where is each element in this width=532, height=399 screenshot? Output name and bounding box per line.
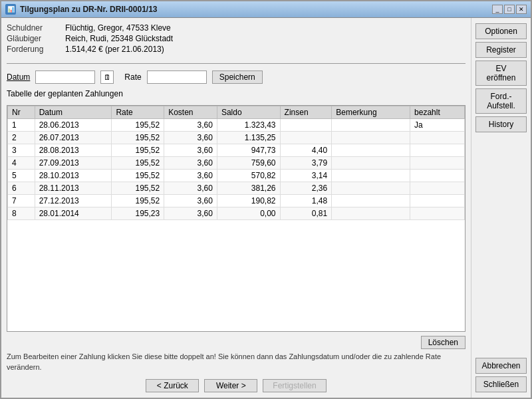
table-row[interactable]: 628.11.2013195,523,60381,262,36 (8, 182, 465, 195)
table-row[interactable]: 528.10.2013195,523,60570,823,14 (8, 170, 465, 182)
forderung-row: Forderung 1.514,42 € (per 21.06.2013) (7, 45, 466, 54)
cell-kosten: 3,60 (164, 144, 217, 157)
cell-bemerkung (332, 157, 410, 170)
col-saldo: Saldo (217, 106, 280, 119)
rate-input[interactable] (147, 70, 207, 84)
window-title: Tilgungsplan zu DR-Nr. DRII-0001/13 (20, 5, 157, 14)
col-bezahlt: bezahlt (410, 106, 465, 119)
table-row[interactable]: 727.12.2013195,523,60190,821,48 (8, 195, 465, 207)
schliessen-button[interactable]: Schließen (475, 376, 527, 392)
cell-datum: 26.07.2013 (35, 132, 112, 144)
cell-zinsen: 4,40 (280, 144, 332, 157)
table-row[interactable]: 427.09.2013195,523,60759,603,79 (8, 157, 465, 170)
cell-bezahlt: Ja (410, 119, 465, 132)
cell-kosten: 3,60 (164, 132, 217, 144)
cell-rate: 195,52 (112, 157, 164, 170)
cell-kosten: 3,60 (164, 170, 217, 182)
history-button[interactable]: History (475, 116, 527, 132)
minimize-button[interactable]: _ (492, 5, 503, 14)
cell-datum: 28.11.2013 (35, 182, 112, 195)
glaubiger-value: Reich, Rudi, 25348 Glückstadt (65, 34, 173, 43)
cell-bemerkung (332, 144, 410, 157)
calendar-icon[interactable]: 🗓 (100, 70, 114, 84)
col-kosten: Kosten (164, 106, 217, 119)
schuldner-row: Schuldner Flüchtig, Gregor, 47533 Kleve (7, 23, 466, 33)
cell-zinsen (280, 119, 332, 132)
ford-aufstell-button[interactable]: Ford.-Aufstell. (475, 88, 527, 114)
cell-rate: 195,52 (112, 144, 164, 157)
col-zinsen: Zinsen (280, 106, 332, 119)
cell-rate: 195,52 (112, 182, 164, 195)
cell-saldo: 0,00 (217, 207, 280, 220)
cell-datum: 28.08.2013 (35, 144, 112, 157)
hint-text: Zum Bearbeiten einer Zahlung klicken Sie… (7, 352, 466, 372)
cell-bemerkung (332, 119, 410, 132)
back-button[interactable]: < Zurück (146, 379, 199, 392)
close-button[interactable]: ✕ (516, 5, 527, 14)
abbrechen-button[interactable]: Abbrechen (475, 358, 527, 374)
cell-bemerkung (332, 170, 410, 182)
maximize-button[interactable]: □ (504, 5, 515, 14)
bottom-bar: Löschen Zum Bearbeiten einer Zahlung kli… (7, 336, 466, 372)
optionen-button[interactable]: Optionen (475, 23, 527, 39)
table-row[interactable]: 128.06.2013195,523,601.323,43Ja (8, 119, 465, 132)
cell-datum: 28.10.2013 (35, 170, 112, 182)
cell-bezahlt (410, 182, 465, 195)
save-button[interactable]: Speichern (212, 70, 263, 84)
table-row[interactable]: 828.01.2014195,233,600,000,81 (8, 207, 465, 220)
schuldner-value: Flüchtig, Gregor, 47533 Kleve (65, 23, 171, 33)
cell-kosten: 3,60 (164, 182, 217, 195)
cell-datum: 28.06.2013 (35, 119, 112, 132)
forderung-value: 1.514,42 € (per 21.06.2013) (65, 45, 164, 54)
cell-saldo: 1.135,25 (217, 132, 280, 144)
cell-bemerkung (332, 195, 410, 207)
main-panel: Schuldner Flüchtig, Gregor, 47533 Kleve … (1, 18, 471, 398)
cell-nr: 6 (8, 182, 35, 195)
cell-nr: 8 (8, 207, 35, 220)
cell-bezahlt (410, 157, 465, 170)
cell-rate: 195,52 (112, 170, 164, 182)
cell-bezahlt (410, 195, 465, 207)
right-panel: Optionen Register EV eröffnen Ford.-Aufs… (471, 18, 531, 398)
payment-table: Nr Datum Rate Kosten Saldo Zinsen Bemerk… (7, 106, 465, 220)
datum-input[interactable] (35, 70, 95, 84)
main-window: 📊 Tilgungsplan zu DR-Nr. DRII-0001/13 _ … (0, 0, 532, 399)
cell-bemerkung (332, 182, 410, 195)
cell-nr: 7 (8, 195, 35, 207)
cell-nr: 4 (8, 157, 35, 170)
cell-saldo: 570,82 (217, 170, 280, 182)
cell-nr: 3 (8, 144, 35, 157)
payment-table-container: Nr Datum Rate Kosten Saldo Zinsen Bemerk… (7, 105, 466, 332)
title-bar-left: 📊 Tilgungsplan zu DR-Nr. DRII-0001/13 (5, 4, 157, 15)
col-rate: Rate (112, 106, 164, 119)
next-button[interactable]: Weiter > (204, 379, 257, 392)
nav-row: < Zurück Weiter > Fertigstellen (7, 379, 466, 392)
cell-bezahlt (410, 144, 465, 157)
delete-button[interactable]: Löschen (421, 336, 466, 349)
delete-row: Löschen (7, 336, 466, 349)
glaubiger-label: Gläubiger (7, 34, 60, 43)
form-row: Datum 🗓 Rate Speichern (7, 70, 466, 84)
cell-nr: 2 (8, 132, 35, 144)
cell-zinsen: 2,36 (280, 182, 332, 195)
cell-rate: 195,52 (112, 132, 164, 144)
table-row[interactable]: 226.07.2013195,523,601.135,25 (8, 132, 465, 144)
cell-bezahlt (410, 170, 465, 182)
register-button[interactable]: Register (475, 42, 527, 58)
forderung-label: Forderung (7, 45, 60, 54)
col-datum: Datum (35, 106, 112, 119)
cell-bezahlt (410, 207, 465, 220)
app-icon: 📊 (5, 4, 16, 15)
cell-kosten: 3,60 (164, 195, 217, 207)
finish-button[interactable]: Fertigstellen (263, 379, 326, 392)
table-row[interactable]: 328.08.2013195,523,60947,734,40 (8, 144, 465, 157)
cell-zinsen (280, 132, 332, 144)
cell-bezahlt (410, 132, 465, 144)
schuldner-label: Schuldner (7, 23, 60, 33)
col-bemerkung: Bemerkung (332, 106, 410, 119)
cell-datum: 27.09.2013 (35, 157, 112, 170)
cell-zinsen: 3,79 (280, 157, 332, 170)
cell-rate: 195,23 (112, 207, 164, 220)
cell-saldo: 381,26 (217, 182, 280, 195)
ev-offnen-button[interactable]: EV eröffnen (475, 61, 527, 86)
